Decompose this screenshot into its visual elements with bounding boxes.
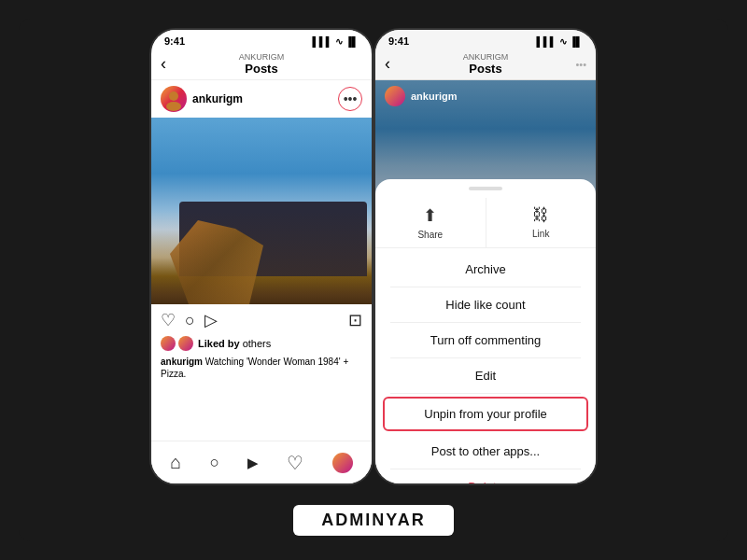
post-caption: ankurigm Watching 'Wonder Woman 1984' + …	[151, 356, 372, 384]
nav-reels-icon[interactable]: ▶	[247, 455, 259, 471]
right-user-avatar	[385, 86, 405, 106]
share-sheet-icon: ⬆	[423, 205, 437, 226]
left-nav-bar: ⌂ ○ ▶ ♡	[151, 441, 372, 483]
left-header-title: ANKURIGM Posts	[239, 52, 285, 76]
right-back-arrow[interactable]: ‹	[385, 54, 390, 74]
right-more-dots[interactable]: •••	[575, 59, 586, 70]
caption-username: ankurigm	[161, 357, 203, 367]
likes-text: Liked by others	[198, 338, 271, 349]
link-sheet-button[interactable]: ⛓ Link	[486, 198, 597, 247]
nav-home-icon[interactable]: ⌂	[170, 452, 181, 473]
right-status-bar: 9:41 ▌▌▌ ∿ ▐▌	[375, 30, 596, 49]
hide-like-menu-item[interactable]: Hide like count	[375, 287, 596, 322]
right-post-user-row: ankurigm	[385, 86, 458, 106]
right-header-username: ANKURIGM	[463, 52, 509, 62]
link-sheet-icon: ⛓	[532, 205, 549, 225]
right-header-title: ANKURIGM Posts	[463, 52, 509, 76]
branding-text: ADMINYAR	[321, 511, 425, 529]
left-time: 9:41	[164, 35, 185, 47]
others-label: others	[243, 338, 272, 349]
sheet-handle	[469, 187, 502, 190]
left-user-avatar	[161, 86, 187, 112]
unpin-menu-item[interactable]: Unpin from your profile	[383, 397, 588, 431]
delete-menu-item[interactable]: Delete	[375, 469, 596, 485]
bottom-label-area: ADMINYAR	[293, 498, 453, 541]
link-sheet-label: Link	[532, 229, 549, 239]
left-post-user-left: ankurigm	[161, 86, 243, 112]
right-post-username: ankurigm	[411, 91, 458, 102]
right-header: ‹ ANKURIGM Posts •••	[375, 49, 596, 80]
liker-avatar-2	[178, 336, 193, 351]
post-actions-bar: ♡ ○ ▷ ⊡	[151, 304, 372, 336]
right-header-posts: Posts	[463, 62, 509, 76]
right-status-icons: ▌▌▌ ∿ ▐▌	[537, 36, 583, 47]
share-sheet-button[interactable]: ⬆ Share	[375, 198, 486, 247]
nav-heart-icon[interactable]: ♡	[287, 452, 303, 474]
sheet-menu: Archive Hide like count Turn off comment…	[375, 252, 596, 485]
likes-avatars: Liked by others	[161, 336, 362, 351]
post-likes: Liked by others	[151, 336, 372, 356]
sheet-top-row: ⬆ Share ⛓ Link	[375, 198, 596, 248]
nav-search-icon[interactable]: ○	[210, 454, 219, 472]
more-options-button[interactable]: •••	[338, 87, 362, 111]
left-post-user-row: ankurigm •••	[151, 80, 372, 118]
bookmark-icon[interactable]: ⊡	[348, 310, 362, 330]
left-header-username: ANKURIGM	[239, 52, 285, 62]
more-dots-icon: •••	[344, 91, 358, 106]
outer-frame: 9:41 ▌▌▌ ∿ ▐▌ ‹ ANKURIGM Posts	[19, 19, 728, 541]
left-header: ‹ ANKURIGM Posts	[151, 49, 372, 80]
svg-point-1	[166, 102, 181, 111]
left-signal-icon: ▌▌▌	[313, 36, 332, 47]
right-wifi-icon: ∿	[559, 36, 567, 47]
branding-box: ADMINYAR	[293, 505, 453, 536]
left-status-bar: 9:41 ▌▌▌ ∿ ▐▌	[151, 30, 372, 49]
left-post-username: ankurigm	[192, 92, 243, 105]
liked-by-label: Liked by	[198, 338, 240, 349]
edit-menu-item[interactable]: Edit	[375, 358, 596, 393]
bottom-sheet: ⬆ Share ⛓ Link Archive Hide like count	[375, 179, 596, 483]
share-icon[interactable]: ▷	[204, 310, 218, 330]
phone-right: 9:41 ▌▌▌ ∿ ▐▌ ‹ ANKURIGM Posts •••	[374, 28, 598, 485]
nav-profile-avatar[interactable]	[332, 453, 353, 473]
left-battery-icon: ▐▌	[345, 36, 359, 47]
left-back-arrow[interactable]: ‹	[161, 54, 166, 74]
comment-icon[interactable]: ○	[185, 311, 195, 330]
left-wifi-icon: ∿	[335, 36, 343, 47]
left-header-posts: Posts	[239, 62, 285, 76]
share-sheet-label: Share	[417, 230, 443, 240]
right-battery-icon: ▐▌	[570, 36, 583, 47]
svg-point-0	[169, 91, 178, 101]
post-other-apps-menu-item[interactable]: Post to other apps...	[375, 434, 596, 469]
archive-menu-item[interactable]: Archive	[375, 252, 596, 287]
liker-avatar-1	[161, 336, 176, 351]
sep-4	[390, 393, 581, 394]
left-post-image	[151, 118, 372, 304]
right-time: 9:41	[388, 35, 409, 47]
like-icon[interactable]: ♡	[161, 310, 176, 330]
phone-left: 9:41 ▌▌▌ ∿ ▐▌ ‹ ANKURIGM Posts	[149, 28, 374, 485]
left-status-icons: ▌▌▌ ∿ ▐▌	[313, 36, 359, 47]
phones-container: 9:41 ▌▌▌ ∿ ▐▌ ‹ ANKURIGM Posts	[28, 28, 719, 493]
turn-off-commenting-menu-item[interactable]: Turn off commenting	[375, 323, 596, 357]
right-signal-icon: ▌▌▌	[537, 36, 557, 47]
image-overlay	[151, 211, 372, 304]
